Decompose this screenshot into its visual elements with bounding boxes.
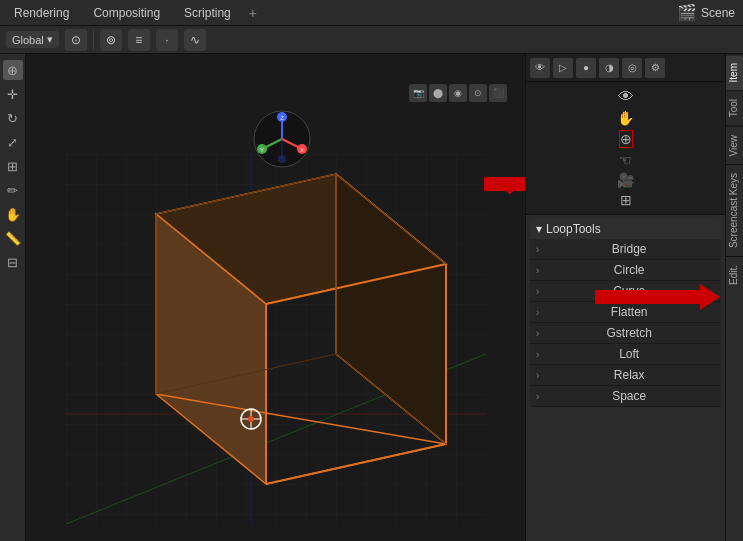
circle-chevron: › <box>536 265 539 276</box>
scene-selector[interactable]: 🎬 Scene <box>677 3 735 22</box>
toolbar-row: Global ▾ ⊙ ⊚ ≡ · ∿ <box>0 26 743 54</box>
looptools-item-relax[interactable]: › Relax <box>530 365 721 386</box>
looptools-item-gstretch[interactable]: › Gstretch <box>530 323 721 344</box>
eye-icon[interactable]: 👁 <box>618 88 634 106</box>
add-tab-button[interactable]: + <box>249 5 257 21</box>
circle-label: Circle <box>543 263 715 277</box>
svg-point-23 <box>248 416 254 422</box>
camera-icon[interactable]: ▷ <box>553 58 573 78</box>
scale-tool-btn[interactable]: ⤢ <box>3 132 23 152</box>
looptools-panel: ▾ LoopTools › Bridge › Circle › Curve › … <box>530 219 721 407</box>
chevron-down-icon: ▾ <box>47 33 53 46</box>
relax-label: Relax <box>543 368 715 382</box>
svg-text:Z: Z <box>280 115 284 121</box>
transform-tool-btn[interactable]: ⊞ <box>3 156 23 176</box>
hand2-icon[interactable]: ✋ <box>617 110 634 126</box>
looptools-header[interactable]: ▾ LoopTools <box>530 219 721 239</box>
looptools-item-loft[interactable]: › Loft <box>530 344 721 365</box>
vtab-tool[interactable]: Tool <box>726 90 743 125</box>
right-panel: 👁 ▷ ● ◑ ◎ ⚙ 👁 ✋ ⊕ ☜ 🎥 ⊞ ▾ LoopTools › B <box>525 54 725 541</box>
render-icon[interactable]: ● <box>576 58 596 78</box>
material-icon[interactable]: ◑ <box>599 58 619 78</box>
left-toolbar: ⊕ ✛ ↻ ⤢ ⊞ ✏ ✋ 📏 ⊟ <box>0 54 26 541</box>
dot-btn[interactable]: · <box>156 29 178 51</box>
flatten-label: Flatten <box>543 305 715 319</box>
xray-btn[interactable]: ⬛ <box>489 84 507 102</box>
global-dropdown[interactable]: Global ▾ <box>6 31 59 48</box>
top-bar: Rendering Compositing Scripting + 🎬 Scen… <box>0 0 743 26</box>
scene-name: Scene <box>701 6 735 20</box>
material-preview-btn[interactable]: ⬤ <box>429 84 447 102</box>
svg-point-35 <box>278 155 286 163</box>
loft-label: Loft <box>543 347 715 361</box>
hand-tool-btn[interactable]: ✋ <box>3 204 23 224</box>
tab-rendering[interactable]: Rendering <box>8 4 75 22</box>
main-area: ⊕ ✛ ↻ ⤢ ⊞ ✏ ✋ 📏 ⊟ <box>0 54 743 541</box>
cursor2-icon[interactable]: ⊕ <box>619 130 633 148</box>
right-panel-icons: 👁 ▷ ● ◑ ◎ ⚙ <box>526 54 725 82</box>
looptools-title: LoopTools <box>546 222 601 236</box>
looptools-collapse-icon: ▾ <box>536 222 542 236</box>
loft-chevron: › <box>536 349 539 360</box>
wave-btn[interactable]: ∿ <box>184 29 206 51</box>
tab-compositing[interactable]: Compositing <box>87 4 166 22</box>
curve-chevron: › <box>536 286 539 297</box>
vtab-screencast[interactable]: Screencast Keys <box>726 164 743 256</box>
svg-text:X: X <box>300 147 304 153</box>
camera2-icon[interactable]: 🎥 <box>617 172 634 188</box>
red-arrow-1-svg <box>484 169 525 199</box>
snap-btn[interactable]: ≡ <box>128 29 150 51</box>
view-icon[interactable]: 👁 <box>530 58 550 78</box>
annotation-arrow-1 <box>506 185 525 193</box>
gstretch-label: Gstretch <box>543 326 715 340</box>
cursor-mode-btn[interactable]: ⊙ <box>65 29 87 51</box>
view-icons-row: 📷 ⬤ ◉ ⊙ ⬛ <box>409 84 507 102</box>
viewport-gizmo[interactable]: Z X Y <box>252 109 312 169</box>
global-label: Global <box>12 34 44 46</box>
space-label: Space <box>543 389 715 403</box>
svg-marker-36 <box>484 171 525 197</box>
looptools-item-flatten[interactable]: › Flatten <box>530 302 721 323</box>
vtab-item[interactable]: Item <box>726 54 743 90</box>
tab-scripting[interactable]: Scripting <box>178 4 237 22</box>
grid2-icon[interactable]: ⊞ <box>620 192 632 208</box>
camera-view-btn[interactable]: 📷 <box>409 84 427 102</box>
right-vtabs: Item Tool View Screencast Keys Edit. <box>725 54 743 541</box>
proportional-btn[interactable]: ⊚ <box>100 29 122 51</box>
bridge-chevron: › <box>536 244 539 255</box>
world-icon[interactable]: ◎ <box>622 58 642 78</box>
vtab-edit[interactable]: Edit. <box>726 256 743 293</box>
viewport[interactable]: Z X Y 📷 ⬤ ◉ ⊙ ⬛ <box>26 54 525 541</box>
measure-tool-btn[interactable]: 📏 <box>3 228 23 248</box>
looptools-item-circle[interactable]: › Circle <box>530 260 721 281</box>
move-tool-btn[interactable]: ✛ <box>3 84 23 104</box>
bridge-label: Bridge <box>543 242 715 256</box>
looptools-item-curve[interactable]: › Curve <box>530 281 721 302</box>
grid-tool-btn[interactable]: ⊟ <box>3 252 23 272</box>
relax-chevron: › <box>536 370 539 381</box>
rotate-tool-btn[interactable]: ↻ <box>3 108 23 128</box>
cursor-tool-btn[interactable]: ⊕ <box>3 60 23 80</box>
space-chevron: › <box>536 391 539 402</box>
looptools-item-bridge[interactable]: › Bridge <box>530 239 721 260</box>
overlay-btn[interactable]: ⊙ <box>469 84 487 102</box>
svg-text:Y: Y <box>260 147 264 153</box>
gstretch-chevron: › <box>536 328 539 339</box>
looptools-item-space[interactable]: › Space <box>530 386 721 407</box>
rendered-view-btn[interactable]: ◉ <box>449 84 467 102</box>
separator-1 <box>93 31 94 49</box>
vtab-view[interactable]: View <box>726 126 743 165</box>
props-icon[interactable]: ⚙ <box>645 58 665 78</box>
viewport-svg <box>66 154 486 524</box>
curve-label: Curve <box>543 284 715 298</box>
flatten-chevron: › <box>536 307 539 318</box>
hand3-icon[interactable]: ☜ <box>619 152 632 168</box>
annotate-tool-btn[interactable]: ✏ <box>3 180 23 200</box>
